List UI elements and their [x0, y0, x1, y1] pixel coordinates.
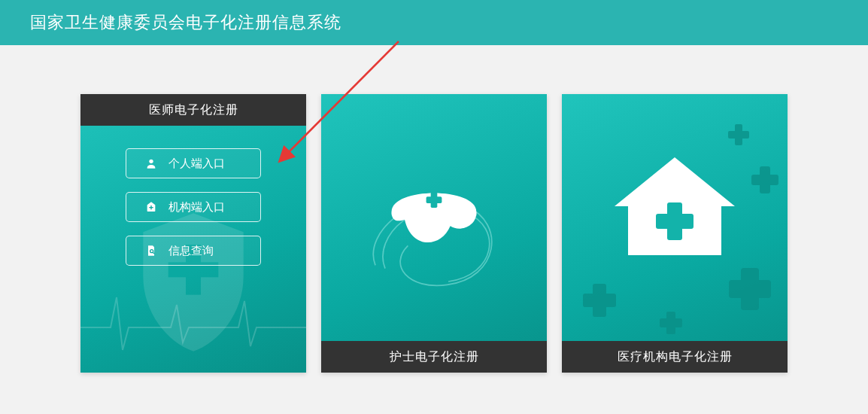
svg-rect-12: [751, 175, 778, 185]
cards-row: 医师电子化注册 个人端入口: [0, 94, 868, 373]
button-label: 个人端入口: [168, 157, 225, 171]
svg-point-2: [149, 160, 153, 163]
card-doctor-registration: 医师电子化注册 个人端入口: [80, 94, 306, 373]
svg-rect-4: [149, 207, 153, 208]
nurse-graphic: [321, 124, 547, 341]
org-entry-button[interactable]: 机构端入口: [126, 192, 261, 222]
button-label: 信息查询: [168, 244, 214, 258]
card-nurse-registration[interactable]: 护士电子化注册: [321, 94, 547, 373]
svg-rect-10: [728, 131, 749, 139]
card-button-group: 个人端入口 机构端入口: [80, 148, 306, 266]
hospital-icon: [144, 200, 158, 214]
button-label: 机构端入口: [168, 200, 225, 215]
personal-entry-button[interactable]: 个人端入口: [126, 148, 261, 178]
svg-rect-18: [660, 318, 682, 327]
info-query-button[interactable]: 信息查询: [126, 236, 261, 266]
app-header: 国家卫生健康委员会电子化注册信息系统: [0, 0, 868, 45]
svg-rect-14: [583, 294, 616, 307]
svg-rect-20: [656, 214, 693, 229]
ecg-line-icon: [80, 282, 306, 358]
card-institution-registration[interactable]: 医疗机构电子化注册: [562, 94, 788, 373]
svg-rect-16: [729, 280, 771, 298]
institution-graphic: [562, 124, 788, 341]
card-title: 医疗机构电子化注册: [562, 341, 788, 373]
app-title: 国家卫生健康委员会电子化注册信息系统: [30, 11, 341, 34]
person-icon: [144, 157, 158, 170]
search-document-icon: [144, 244, 158, 257]
card-title: 护士电子化注册: [321, 341, 547, 373]
svg-rect-8: [426, 196, 442, 203]
card-title: 医师电子化注册: [80, 94, 306, 126]
